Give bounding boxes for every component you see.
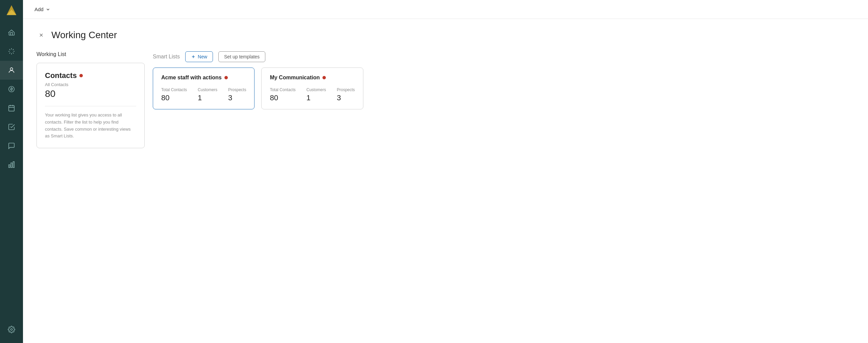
add-label: Add	[34, 6, 44, 12]
contacts-status-dot	[79, 74, 83, 77]
stat-total-contacts-1: Total Contacts 80	[270, 87, 295, 102]
sidebar-item-finance[interactable]	[0, 80, 23, 99]
logo[interactable]	[0, 0, 23, 20]
stat-label-total-0: Total Contacts	[161, 87, 187, 92]
setup-templates-button[interactable]: Set up templates	[218, 51, 265, 62]
svg-rect-4	[9, 106, 15, 111]
sidebar	[0, 0, 23, 343]
smart-card-1-dot	[322, 76, 326, 79]
page-content: Working Center Working List Contacts All…	[23, 19, 868, 343]
smart-lists-label: Smart Lists	[153, 54, 180, 60]
smart-cards-row: Acme staff with actions Total Contacts 8…	[153, 68, 854, 109]
stat-value-customers-0: 1	[198, 94, 217, 102]
stat-label-prospects-1: Prospects	[337, 87, 355, 92]
smart-card-1-stats: Total Contacts 80 Customers 1 Prospects …	[270, 87, 355, 102]
working-list-label: Working List	[37, 51, 145, 57]
sidebar-item-reports[interactable]	[0, 155, 23, 174]
smart-lists-section: Smart Lists New Set up templates	[153, 51, 854, 109]
topbar: Add	[23, 0, 868, 19]
finance-icon	[8, 85, 15, 93]
svg-point-8	[10, 328, 13, 331]
smart-card-0-stats: Total Contacts 80 Customers 1 Prospects …	[161, 87, 246, 102]
stat-value-prospects-1: 3	[337, 94, 355, 102]
tasks-icon	[8, 123, 15, 131]
smart-card-1[interactable]: My Communication Total Contacts 80 Custo…	[261, 68, 363, 109]
contacts-count: 80	[45, 88, 136, 99]
stat-customers-1: Customers 1	[306, 87, 326, 102]
stat-value-customers-1: 1	[306, 94, 326, 102]
smart-card-1-title: My Communication	[270, 75, 320, 81]
home-icon	[8, 29, 15, 36]
stat-prospects-1: Prospects 3	[337, 87, 355, 102]
setup-button-label: Set up templates	[224, 54, 260, 59]
svg-rect-6	[11, 163, 12, 168]
page-title-row: Working Center	[37, 30, 854, 41]
working-list-card[interactable]: Contacts All Contacts 80 Your working li…	[37, 63, 145, 148]
sidebar-item-settings[interactable]	[0, 320, 23, 339]
main-content: Add Working Center Working List	[23, 0, 868, 343]
add-button[interactable]: Add	[31, 4, 54, 14]
svg-rect-5	[9, 165, 10, 167]
stat-label-prospects-0: Prospects	[228, 87, 246, 92]
stat-customers-0: Customers 1	[198, 87, 217, 102]
svg-rect-7	[13, 162, 15, 167]
sidebar-item-tasks[interactable]	[0, 117, 23, 136]
sidebar-bottom	[0, 320, 23, 343]
working-list-section: Working List Contacts All Contacts 80 Yo…	[37, 51, 145, 148]
stat-label-total-1: Total Contacts	[270, 87, 295, 92]
contacts-card-title: Contacts	[45, 71, 77, 80]
smart-card-0-dot	[224, 76, 228, 79]
close-button[interactable]	[37, 30, 46, 40]
smart-lists-header: Smart Lists New Set up templates	[153, 51, 854, 62]
stat-value-total-1: 80	[270, 94, 295, 102]
messages-icon	[8, 142, 15, 150]
sidebar-item-sync[interactable]	[0, 42, 23, 61]
card-divider	[45, 106, 136, 106]
new-smart-list-button[interactable]: New	[185, 51, 213, 62]
card-title-row: Contacts	[45, 71, 136, 80]
reports-icon	[8, 161, 15, 168]
stat-value-prospects-0: 3	[228, 94, 246, 102]
contacts-icon	[8, 67, 15, 74]
sidebar-item-contacts[interactable]	[0, 61, 23, 80]
settings-icon	[8, 326, 15, 333]
stat-prospects-0: Prospects 3	[228, 87, 246, 102]
smart-card-0-title-row: Acme staff with actions	[161, 75, 246, 81]
calendar-icon	[8, 104, 15, 112]
contacts-subtitle: All Contacts	[45, 82, 136, 87]
new-button-label: New	[198, 54, 207, 59]
stat-total-contacts-0: Total Contacts 80	[161, 87, 187, 102]
stat-value-total-0: 80	[161, 94, 187, 102]
stat-label-customers-1: Customers	[306, 87, 326, 92]
sync-icon	[8, 48, 15, 55]
chevron-down-icon	[46, 7, 50, 12]
smart-card-0-title: Acme staff with actions	[161, 75, 222, 81]
page-title: Working Center	[51, 30, 117, 41]
lists-row: Working List Contacts All Contacts 80 Yo…	[37, 51, 854, 148]
sidebar-item-calendar[interactable]	[0, 99, 23, 117]
stat-label-customers-0: Customers	[198, 87, 217, 92]
close-icon	[39, 32, 44, 38]
smart-card-0[interactable]: Acme staff with actions Total Contacts 8…	[153, 68, 255, 109]
sidebar-nav	[0, 23, 23, 320]
sidebar-item-home[interactable]	[0, 23, 23, 42]
sidebar-item-messages[interactable]	[0, 136, 23, 155]
contacts-description: Your working list gives you access to al…	[45, 112, 136, 140]
smart-card-1-title-row: My Communication	[270, 75, 355, 81]
svg-point-2	[10, 68, 13, 70]
plus-icon	[191, 54, 196, 59]
